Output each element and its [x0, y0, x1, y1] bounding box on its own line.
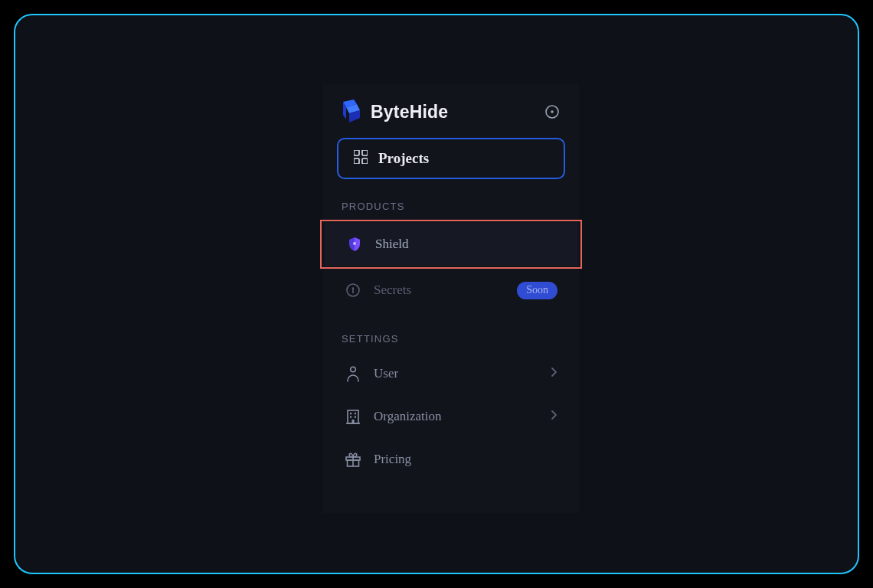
nav-primary: Projects — [323, 138, 579, 201]
nav-item-projects[interactable]: Projects — [337, 138, 565, 179]
brand-row: ByteHide — [323, 84, 579, 138]
svg-rect-5 — [362, 158, 368, 164]
section-header-products: PRODUCTS — [323, 201, 579, 220]
annotation-highlight: Shield — [320, 220, 582, 269]
nav-item-organization[interactable]: Organization — [323, 395, 579, 438]
svg-rect-13 — [350, 413, 351, 414]
user-icon — [345, 365, 361, 382]
svg-rect-16 — [355, 416, 356, 418]
collapse-sidebar-button[interactable] — [544, 103, 561, 120]
grid-icon — [354, 150, 368, 167]
svg-rect-9 — [352, 289, 354, 293]
shield-icon — [346, 236, 363, 253]
svg-rect-15 — [350, 416, 351, 418]
chevron-right-icon — [551, 409, 557, 424]
svg-rect-4 — [354, 158, 359, 164]
soon-badge: Soon — [517, 282, 557, 299]
nav-item-label: User — [374, 366, 538, 381]
nav-item-secrets: Secrets Soon — [323, 269, 579, 312]
svg-point-1 — [551, 110, 554, 113]
section-header-settings: SETTINGS — [323, 333, 579, 352]
bytehide-logo-icon — [342, 100, 361, 124]
svg-point-10 — [351, 367, 356, 372]
nav-item-label: Secrets — [374, 283, 505, 298]
app-frame: ByteHide Projects — [14, 14, 859, 574]
nav-item-user[interactable]: User — [323, 352, 579, 395]
svg-rect-2 — [354, 150, 359, 155]
brand[interactable]: ByteHide — [342, 100, 448, 124]
svg-rect-3 — [362, 150, 368, 155]
brand-name: ByteHide — [371, 102, 448, 122]
nav-item-label: Pricing — [374, 452, 557, 467]
circle-dot-icon — [544, 104, 560, 119]
gift-icon — [345, 451, 361, 468]
key-icon — [345, 282, 361, 299]
building-icon — [345, 408, 361, 425]
nav-item-shield[interactable]: Shield — [325, 223, 577, 266]
sidebar: ByteHide Projects — [323, 84, 579, 513]
svg-rect-17 — [352, 420, 355, 423]
nav-item-pricing[interactable]: Pricing — [323, 438, 579, 481]
chevron-right-icon — [551, 366, 557, 381]
nav-item-label: Shield — [375, 237, 556, 252]
nav-item-label: Organization — [374, 409, 538, 424]
svg-rect-14 — [355, 413, 356, 414]
svg-point-6 — [353, 242, 356, 245]
nav-item-label: Projects — [378, 150, 429, 167]
